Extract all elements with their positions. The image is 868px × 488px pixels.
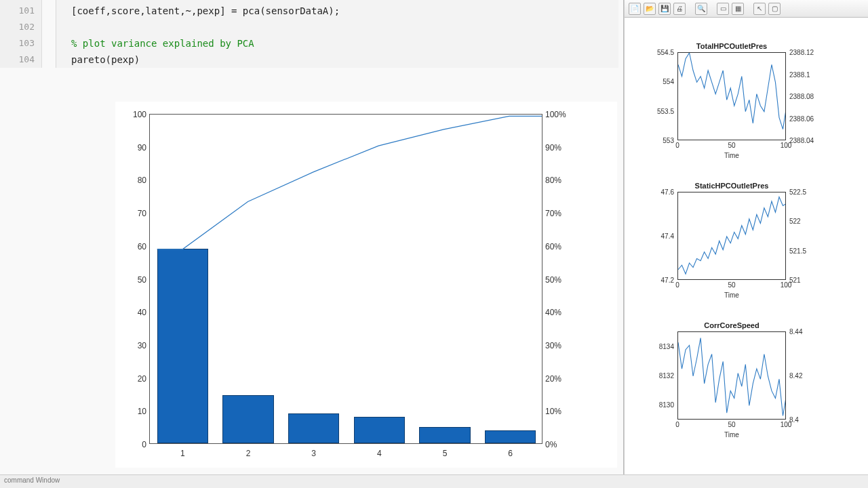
mini-y-tick: 8130 xyxy=(640,401,674,409)
editor-pane: 101 102 103 104 [coeff,score,latent,~,pe… xyxy=(0,0,624,474)
mini-x-tick: 0 xyxy=(667,142,688,149)
mini-x-tick: 100 xyxy=(776,281,796,289)
mini-title: TotalHPCOutletPres xyxy=(677,42,786,50)
figures-panel: 📄 📂 💾 🖨 🔍 ▭ ▦ ↖ ▢ TotalHPCOutletPres5535… xyxy=(624,0,868,474)
mini-y-tick: 554 xyxy=(640,78,674,85)
link-icon[interactable]: ▭ xyxy=(717,3,729,15)
mini-title: StaticHPCOutletPres xyxy=(677,182,786,190)
mini-chart[interactable]: TotalHPCOutletPres553553.5554554.52388.0… xyxy=(630,42,865,171)
new-icon[interactable]: 📄 xyxy=(629,3,641,15)
mini-plot[interactable] xyxy=(677,331,786,420)
y2-tick: 60% xyxy=(545,242,576,251)
line-number: 103 xyxy=(0,35,41,52)
code-line[interactable]: [coeff,score,latent,~,pexp] = pca(sensor… xyxy=(71,3,618,19)
mini-x-tick: 50 xyxy=(722,281,742,289)
bar[interactable] xyxy=(157,249,208,443)
x-tick: 1 xyxy=(176,449,189,458)
y2-tick: 50% xyxy=(545,275,576,285)
mini-plot[interactable] xyxy=(677,52,786,140)
mini-plot[interactable] xyxy=(677,192,786,280)
mini-x-tick: 100 xyxy=(776,421,796,428)
mini-y2-tick: 2388.08 xyxy=(789,93,830,100)
mini-x-tick: 50 xyxy=(722,421,742,428)
mini-y2-tick: 2388.1 xyxy=(789,70,830,78)
mini-xlabel: Time xyxy=(677,431,786,439)
mini-y2-tick: 8.44 xyxy=(789,328,830,336)
y2-tick: 70% xyxy=(545,209,576,218)
rotate-icon[interactable]: ▦ xyxy=(732,3,744,15)
mini-chart[interactable]: StaticHPCOutletPres47.247.447.6521521.55… xyxy=(630,182,865,310)
mini-y-tick: 47.4 xyxy=(640,232,674,240)
y2-tick: 0% xyxy=(545,440,576,449)
plot-area[interactable]: 0102030405060708090100 0%10%20%30%40%50%… xyxy=(149,114,542,444)
x-tick: 2 xyxy=(241,449,255,458)
y-tick: 10 xyxy=(126,407,146,416)
mini-x-tick: 0 xyxy=(667,281,688,289)
y2-tick: 30% xyxy=(545,341,576,350)
mini-chart[interactable]: CorrCoreSpeed8130813281348.48.428.440501… xyxy=(630,321,865,450)
open-icon[interactable]: 📂 xyxy=(644,3,656,15)
y-tick: 100 xyxy=(126,110,146,119)
bar[interactable] xyxy=(288,413,339,443)
x-tick: 5 xyxy=(438,449,452,458)
mini-y-tick: 8132 xyxy=(640,372,674,380)
cursor-icon[interactable]: ↖ xyxy=(753,3,766,15)
mini-x-tick: 0 xyxy=(667,421,688,428)
save-icon[interactable]: 💾 xyxy=(658,3,671,15)
y2-tick: 80% xyxy=(545,176,576,185)
y-tick: 0 xyxy=(126,440,146,449)
y2-tick: 100% xyxy=(545,110,576,119)
line-number: 104 xyxy=(0,52,41,68)
y-tick: 20 xyxy=(126,374,146,384)
zoom-icon[interactable]: 🔍 xyxy=(695,3,707,15)
status-bar: command Window xyxy=(0,474,868,488)
y-tick: 50 xyxy=(126,275,146,285)
line-gutter: 101 102 103 104 xyxy=(0,0,42,68)
pareto-chart: 0102030405060708090100 0%10%20%30%40%50%… xyxy=(115,102,617,468)
mini-title: CorrCoreSpeed xyxy=(677,321,786,329)
mini-y-tick: 8134 xyxy=(640,342,674,350)
y2-tick: 20% xyxy=(545,374,576,384)
y2-tick: 40% xyxy=(545,308,576,317)
code-line[interactable]: % plot variance explained by PCA xyxy=(71,35,618,52)
bar[interactable] xyxy=(222,395,273,443)
mini-y2-tick: 521.5 xyxy=(789,247,830,254)
datacursor-icon[interactable]: ▢ xyxy=(768,3,781,15)
y-tick: 70 xyxy=(126,209,146,218)
mini-y2-tick: 522 xyxy=(789,218,830,225)
print-icon[interactable]: 🖨 xyxy=(673,3,686,15)
code-line[interactable] xyxy=(71,19,618,35)
y-tick: 60 xyxy=(126,242,146,251)
bar[interactable] xyxy=(485,430,536,443)
x-tick: 4 xyxy=(372,449,386,458)
mini-y2-tick: 8.42 xyxy=(789,372,830,380)
bar[interactable] xyxy=(354,417,405,443)
mini-xlabel: Time xyxy=(677,291,786,299)
y-tick: 40 xyxy=(126,308,146,317)
code-line[interactable]: pareto(pexp) xyxy=(71,52,618,68)
separator-icon xyxy=(688,3,692,15)
bar[interactable] xyxy=(419,427,470,443)
separator-icon xyxy=(747,3,751,15)
y-tick: 90 xyxy=(126,143,146,152)
y2-tick: 10% xyxy=(545,407,576,416)
line-number: 101 xyxy=(0,3,41,19)
mini-y-tick: 554.5 xyxy=(640,49,674,56)
mini-x-tick: 100 xyxy=(776,142,796,149)
y-tick: 80 xyxy=(126,176,146,185)
mini-y-tick: 553.5 xyxy=(640,107,674,115)
mini-charts: TotalHPCOutletPres553553.5554554.52388.0… xyxy=(625,18,868,453)
x-tick: 6 xyxy=(504,449,517,458)
mini-y2-tick: 522.5 xyxy=(789,188,830,196)
cumulative-line xyxy=(150,115,542,443)
mini-y2-tick: 2388.06 xyxy=(789,115,830,122)
mini-xlabel: Time xyxy=(677,152,786,159)
code-region[interactable]: [coeff,score,latent,~,pexp] = pca(sensor… xyxy=(56,0,618,68)
mini-y2-tick: 2388.12 xyxy=(789,49,830,56)
separator-icon xyxy=(710,3,714,15)
y-tick: 30 xyxy=(126,341,146,350)
mini-x-tick: 50 xyxy=(722,142,742,149)
x-tick: 3 xyxy=(307,449,321,458)
line-number: 102 xyxy=(0,19,41,35)
y2-tick: 90% xyxy=(545,143,576,152)
